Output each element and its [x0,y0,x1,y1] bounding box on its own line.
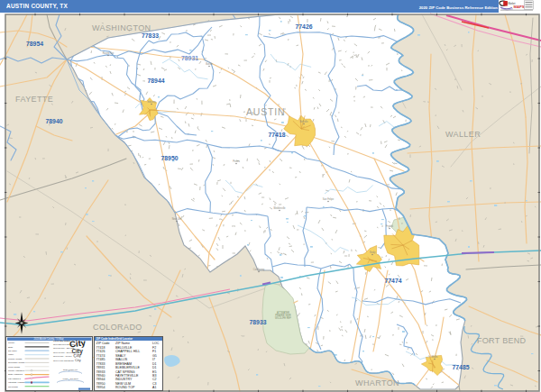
svg-text:AUSTIN: AUSTIN [246,106,285,117]
svg-text:77485: 77485 [96,358,105,361]
svg-text:San Felipe: San Felipe [323,197,335,201]
svg-text:MAPS: MAPS [514,5,525,9]
svg-text:BLEIBLERVILLE: BLEIBLERVILLE [115,366,141,369]
svg-text:WALLER: WALLER [445,130,481,139]
svg-text:Toll Roads: Toll Roads [8,386,19,387]
svg-text:BRENHAM: BRENHAM [115,362,132,366]
svg-text:Over 10,000 - 50,000: Over 10,000 - 50,000 [53,351,73,354]
svg-text:FAYETTEVILLE: FAYETTEVILLE [115,374,139,378]
svg-text:78954: 78954 [26,41,43,47]
svg-text:77418: 77418 [269,132,286,138]
svg-text:City: City [73,352,82,359]
svg-text:FAYETTE: FAYETTE [15,95,53,104]
svg-text:COLORADO: COLORADO [93,323,142,332]
svg-text:77833: 77833 [96,362,105,366]
svg-text:ZIP Code: ZIP Code [96,342,109,345]
svg-text:Wallis: Wallis [432,355,439,359]
svg-text:WILDLIFE REF: WILDLIFE REF [275,316,291,320]
svg-text:WALLIS: WALLIS [115,358,128,361]
svg-text:78940: 78940 [46,118,63,124]
svg-text:ZIP Name: ZIP Name [115,342,130,345]
svg-text:77833: 77833 [142,32,159,39]
svg-text:BELLVILLE: BELLVILLE [115,346,133,350]
svg-text:Round Top: Round Top [103,51,115,55]
svg-text:LOC: LOC [152,342,160,345]
svg-text:1 inch = 2.5 miles: 1 inch = 2.5 miles [62,378,78,379]
svg-text:Burton: Burton [206,62,213,66]
svg-text:Over 1,000 and Below: Over 1,000 and Below [53,360,74,362]
svg-text:State: State [8,346,14,348]
svg-text:Minor Roads: Minor Roads [8,366,21,368]
svg-text:I7: I7 [152,358,155,361]
svg-text:F2: F2 [152,346,156,350]
svg-text:77474: 77474 [96,354,105,358]
svg-text:Over 5,000 - 10,000: Over 5,000 - 10,000 [53,355,72,358]
svg-text:77485: 77485 [453,364,470,370]
svg-text:CHAPPELL HILL: CHAPPELL HILL [115,350,140,353]
svg-text:C3: C3 [152,382,157,386]
svg-text:77426: 77426 [96,350,105,353]
svg-text:NEW ULM: NEW ULM [115,382,131,386]
svg-text:G5: G5 [152,354,157,358]
svg-text:77426: 77426 [296,23,313,30]
svg-text:E5: E5 [152,370,156,374]
svg-text:Bleiblerville: Bleiblerville [273,206,286,210]
svg-text:Industry: Industry [147,100,156,104]
svg-text:Secondary Roads: Secondary Roads [8,361,25,363]
svg-text:Primary Roads: Primary Roads [8,358,23,360]
svg-text:Sealy: Sealy [370,251,376,254]
svg-text:Cities and Towns: Cities and Towns [53,340,70,342]
svg-text:D1: D1 [152,366,157,369]
svg-text:Scale 1:158,400: Scale 1:158,400 [63,369,78,371]
svg-text:State Highways: State Highways [8,373,23,375]
svg-text:INDUSTRY: INDUSTRY [115,378,133,381]
svg-text:78931: 78931 [96,366,105,369]
svg-text:City: City [75,359,81,362]
svg-text:78933: 78933 [250,319,267,325]
svg-text:78954: 78954 [96,386,105,389]
svg-text:ZIP Code: ZIP Code [8,350,17,351]
svg-text:78933: 78933 [96,370,105,374]
svg-text:CAT SPRING: CAT SPRING [115,370,135,374]
svg-text:US Highways: US Highways [8,378,22,379]
svg-text:78944: 78944 [148,77,165,84]
svg-text:SEALY: SEALY [115,354,126,358]
svg-text:Frydek: Frydek [386,224,394,228]
svg-text:78950: 78950 [161,155,179,161]
svg-text:County: County [8,342,15,343]
svg-text:County Highways: County Highways [8,369,25,371]
svg-text:D1: D1 [152,362,157,366]
svg-text:F1: F1 [152,350,156,353]
svg-text:Cat Spring: Cat Spring [253,268,265,271]
svg-text:FORT BEND: FORT BEND [477,336,527,345]
svg-text:Bellville: Bellville [300,120,308,123]
svg-text:Interstate Highways: Interstate Highways [8,381,27,383]
svg-text:Peters: Peters [233,160,240,163]
svg-text:78944: 78944 [96,378,105,381]
svg-text:77418: 77418 [96,346,105,350]
svg-text:C2: C2 [152,378,157,381]
svg-text:Water: Water [8,353,14,355]
svg-text:WASHINGTON: WASHINGTON [92,23,151,32]
svg-text:77474: 77474 [385,278,402,284]
svg-text:ROUND TOP: ROUND TOP [115,386,135,389]
svg-text:New Ulm: New Ulm [172,217,182,221]
svg-text:ZIP Code Index/Grid Locator: ZIP Code Index/Grid Locator [96,337,133,341]
svg-text:A1: A1 [152,386,156,389]
svg-text:B3: B3 [152,374,156,378]
svg-text:78940: 78940 [96,374,105,378]
svg-text:WHARTON: WHARTON [355,378,399,387]
svg-text:78950: 78950 [96,382,105,386]
svg-text:78931: 78931 [181,55,198,61]
